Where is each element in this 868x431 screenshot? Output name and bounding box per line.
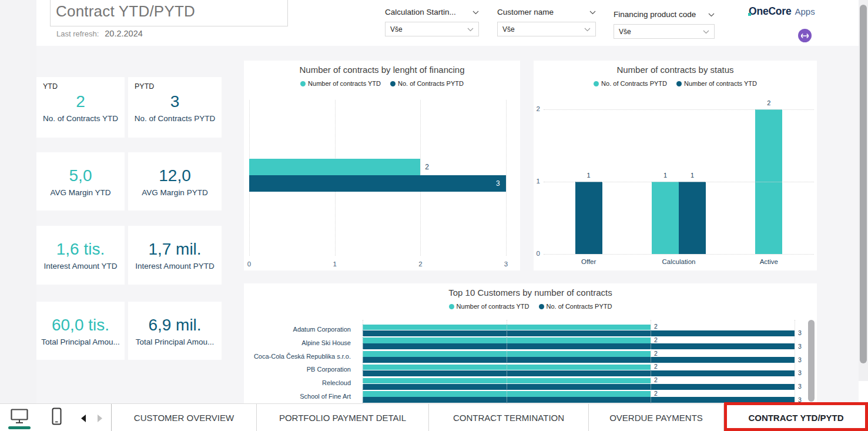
bar[interactable] <box>363 384 795 390</box>
legend-item[interactable]: No. of Contracts PYTD <box>594 80 667 87</box>
bar[interactable] <box>249 175 506 192</box>
bar[interactable]: 1 <box>679 182 706 254</box>
onecore-apps-logo: OneCore Apps <box>749 5 815 18</box>
legend-item[interactable]: Number of contracts YTD <box>676 80 757 87</box>
customer-label: Alpine Ski House <box>244 339 358 346</box>
filter-dropdown[interactable]: Vše <box>497 22 596 36</box>
legend-item[interactable]: Number of contracts YTD <box>300 80 381 87</box>
kpi-card-interest-amount-pytd[interactable]: 1,7 mil. Interest Amount PYTD <box>128 226 222 285</box>
kpi-value: 1,7 mil. <box>148 240 201 259</box>
kpi-label: Total Principal Amou... <box>41 338 120 346</box>
legend-label: No. of Contracts PYTD <box>601 80 667 87</box>
last-refresh-label: Last refresh: <box>56 29 99 38</box>
bar[interactable] <box>363 357 795 363</box>
bar[interactable] <box>249 159 420 175</box>
filter-dropdown[interactable]: Vše <box>614 24 715 39</box>
x-axis-category-label: Offer <box>544 258 634 265</box>
tabs-container: CUSTOMER OVERVIEWPORTFOLIO PAYMENT DETAI… <box>112 404 868 431</box>
kpi-card-total-principal-ytd[interactable]: 60,0 tis. Total Principal Amou... <box>36 302 125 360</box>
kpi-tag: YTD <box>43 82 58 91</box>
gridline <box>795 320 795 403</box>
customer-row[interactable]: Coca-Cola Česká Republika s.r.o.23 <box>244 350 817 364</box>
filter-customer-name: Customer name Vše <box>497 8 596 36</box>
kpi-card-contracts-ytd[interactable]: YTD 2 No. of Contracts YTD <box>36 77 125 138</box>
customer-row[interactable]: School of Fine Art23 <box>244 390 817 403</box>
tab-customer-overview[interactable]: CUSTOMER OVERVIEW <box>112 404 257 431</box>
chart-top10-customers: Top 10 Customers by number of contracts … <box>244 283 817 403</box>
next-page-arrow-icon[interactable] <box>98 414 102 425</box>
gridline <box>506 100 507 256</box>
kpi-card-total-principal-pytd[interactable]: 6,9 mil. Total Principal Amou... <box>128 302 222 360</box>
bar[interactable]: 1 <box>652 182 679 254</box>
previous-page-arrow-icon[interactable] <box>81 414 86 425</box>
legend-dot-icon <box>539 304 544 309</box>
legend-label: Number of contracts YTD <box>457 303 529 310</box>
x-axis-tick-label: 1 <box>326 260 344 268</box>
bar[interactable] <box>363 397 795 403</box>
filter-label: Financing product code <box>614 10 696 19</box>
kpi-label: No. of Contracts PYTD <box>135 114 215 123</box>
bar-value-label: 1 <box>575 172 602 179</box>
gridline <box>544 109 814 110</box>
filter-label: Calculation Startin... <box>385 8 456 16</box>
kpi-label: AVG Margin PYTD <box>142 188 207 197</box>
filter-selected-value: Vše <box>619 28 631 36</box>
chart-rows: Adatum Corporation23Alpine Ski House23Co… <box>244 323 817 403</box>
report-title-box: Contract YTD/PYTD <box>50 0 288 26</box>
page-scrollbar[interactable] <box>859 0 868 381</box>
chart-title: Number of contracts by lenght of financi… <box>244 61 520 75</box>
tab-contract-termination[interactable]: CONTRACT TERMINATION <box>429 404 589 431</box>
filter-calculation-starting: Calculation Startin... Vše <box>385 8 479 36</box>
legend-item[interactable]: Number of contracts YTD <box>449 303 529 310</box>
filter-header[interactable]: Customer name <box>497 8 596 16</box>
desktop-view-icon[interactable] <box>11 409 28 427</box>
customer-row[interactable]: Relecloud23 <box>244 377 817 390</box>
filter-dropdown[interactable]: Vše <box>385 22 479 36</box>
kpi-card-avg-margin-ytd[interactable]: 5,0 AVG Margin YTD <box>36 152 125 211</box>
x-axis-tick-label: 3 <box>497 260 515 268</box>
filter-financing-product-code: Financing product code Vše <box>614 10 715 39</box>
legend-item[interactable]: No. of Contracts PYTD <box>539 303 612 310</box>
bar[interactable] <box>363 330 795 336</box>
chart-scrollbar[interactable] <box>808 320 815 402</box>
bar-value-label: 2 <box>755 99 782 106</box>
chart-plot-area: 012323 <box>249 100 506 256</box>
bar-value-label: 3 <box>798 396 802 403</box>
gridline <box>363 320 363 403</box>
bar-value-label: 2 <box>425 163 429 171</box>
kpi-value: 1,6 tis. <box>56 240 105 259</box>
kpi-value: 3 <box>170 92 180 111</box>
chart-legend: Number of contracts YTDNo. of Contracts … <box>244 80 520 87</box>
bar-value-label: 1 <box>679 172 706 179</box>
tab-portfolio-payment-detail[interactable]: PORTFOLIO PAYMENT DETAIL <box>257 404 429 431</box>
customer-row[interactable]: PB Corporation23 <box>244 363 817 377</box>
kpi-card-interest-amount-ytd[interactable]: 1,6 tis. Interest Amount YTD <box>36 226 125 285</box>
filter-header[interactable]: Calculation Startin... <box>385 8 479 16</box>
page-scrollbar-thumb[interactable] <box>860 5 867 363</box>
chart-legend: Number of contracts YTDNo. of Contracts … <box>244 303 817 310</box>
tab-contract-ytd-pytd[interactable]: CONTRACT YTD/PYTD <box>724 404 868 431</box>
tab-overdue-payments[interactable]: OVERDUE PAYMENTS <box>589 404 724 431</box>
filter-label: Customer name <box>497 8 554 16</box>
y-axis-tick-label: 0 <box>533 250 540 257</box>
left-right-arrows-icon[interactable] <box>798 29 812 42</box>
page-tab-bar: CUSTOMER OVERVIEWPORTFOLIO PAYMENT DETAI… <box>0 403 868 431</box>
kpi-label: AVG Margin YTD <box>50 188 110 197</box>
customer-label: Coca-Cola Česká Republika s.r.o. <box>244 353 358 360</box>
mobile-view-icon[interactable] <box>52 407 62 427</box>
filter-header[interactable]: Financing product code <box>614 10 715 19</box>
bar[interactable]: 1 <box>575 182 602 254</box>
customer-row[interactable]: Alpine Ski House23 <box>244 337 817 350</box>
kpi-card-contracts-pytd[interactable]: PYTD 3 No. of Contracts PYTD <box>128 77 222 138</box>
legend-item[interactable]: No. of Contracts PYTD <box>390 80 464 87</box>
bar-value-label: 2 <box>654 323 658 330</box>
bar[interactable] <box>363 343 795 349</box>
bar-value-label: 2 <box>654 336 658 343</box>
legend-dot-icon <box>676 81 682 86</box>
customer-row[interactable]: Adatum Corporation23 <box>244 323 817 337</box>
kpi-label: No. of Contracts YTD <box>43 114 118 123</box>
chevron-down-icon <box>589 8 596 16</box>
bar[interactable] <box>363 370 795 376</box>
kpi-card-avg-margin-pytd[interactable]: 12,0 AVG Margin PYTD <box>128 152 222 211</box>
gridline <box>651 320 651 403</box>
